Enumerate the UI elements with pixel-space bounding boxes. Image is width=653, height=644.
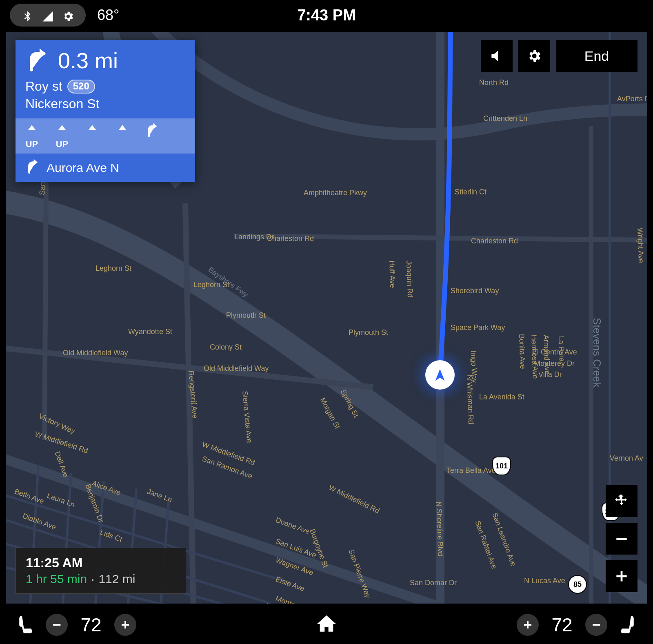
lane-guidance: UP UP	[16, 118, 195, 154]
label-lapara: La Para	[557, 336, 566, 362]
highway-shield-101: 101	[492, 457, 511, 475]
right-temp-value: 72	[548, 614, 576, 636]
map-canvas[interactable]: Amphitheatre Pkwy Charleston Rd Charlest…	[6, 32, 647, 604]
label-oldmidd-a: Old Middlefield Way	[63, 349, 128, 357]
zoom-out-button[interactable]	[606, 523, 637, 555]
recenter-button[interactable]	[606, 485, 637, 517]
volume-button[interactable]	[481, 40, 513, 72]
left-temp-value: 72	[77, 614, 105, 636]
eta-arrival: 11:25 AM	[26, 555, 176, 570]
right-climate: + 72 −	[517, 613, 638, 637]
right-temp-down[interactable]: −	[585, 614, 607, 636]
label-plymouth-b: Plymouth St	[349, 328, 388, 336]
end-nav-button[interactable]: End	[556, 40, 637, 72]
label-shorebird: Shorebird Way	[451, 287, 499, 295]
then-maneuver: Aurora Ave N	[16, 154, 195, 182]
label-bonita: Bonita Ave	[518, 334, 527, 369]
label-terrabella: Terra Bella Ave	[446, 466, 496, 475]
turn-right-icon	[25, 47, 50, 74]
label-colony: Colony St	[210, 343, 242, 351]
label-wyandotte: Wyandotte St	[128, 328, 172, 336]
label-morgan: Morgan St	[318, 396, 342, 430]
zoom-controls	[606, 485, 637, 592]
status-pill[interactable]	[10, 4, 86, 27]
label-plymouth-a: Plymouth St	[226, 311, 266, 319]
route-badge: 520	[67, 80, 95, 94]
label-leghorn-a: Leghorn St	[96, 264, 131, 272]
label-wmidd-c: W Middlefield Rd	[327, 484, 381, 515]
label-monterey: Monterey Dr	[534, 359, 575, 368]
eta-sep: ·	[91, 572, 94, 586]
label-laura: Laura Ln	[46, 491, 76, 509]
label-hermosa: Hermosa Ave	[530, 334, 540, 379]
zoom-in-button[interactable]	[606, 560, 637, 592]
turn-card: 0.3 mi Roy st 520 Nickerson St UP UP Aur…	[16, 40, 195, 182]
label-nlucas: N Lucas Ave	[524, 577, 565, 585]
label-spacepark: Space Park Way	[451, 323, 505, 332]
outside-temp: 68°	[97, 7, 119, 24]
seat-left-icon[interactable]	[15, 613, 37, 637]
lane-4	[115, 123, 130, 149]
label-sandomar: San Domar Dr	[410, 579, 457, 587]
label-avports: AvPorts Federa	[617, 95, 647, 103]
label-nshoreline: N Shoreline Blvd	[435, 501, 445, 556]
turn-street-primary: Roy st	[25, 78, 62, 95]
status-bar: 68° 7:43 PM	[0, 0, 653, 30]
label-huff: Huff Ave	[388, 260, 397, 288]
svg-rect-2	[621, 571, 623, 581]
turn-distance: 0.3 mi	[58, 48, 118, 73]
label-landings: Landings Dr	[234, 233, 274, 241]
label-doane: Doane Ave	[275, 516, 311, 536]
label-jane: Jane Ln	[146, 487, 173, 504]
label-stevenscreek: Stevens Creek	[591, 318, 603, 388]
label-charleston-b: Charleston Rd	[471, 237, 518, 245]
label-montecito: Montecito Ave	[275, 594, 321, 604]
label-sanrafael: San Rafael Ave	[473, 520, 498, 570]
lane-2: UP	[55, 123, 69, 149]
bluetooth-icon	[21, 9, 33, 21]
lane-5	[145, 123, 160, 149]
label-elsie: Elsie Ave	[275, 575, 306, 593]
label-charleston-a: Charleston Rd	[267, 234, 314, 243]
seat-right-icon[interactable]	[616, 613, 638, 637]
svg-rect-0	[616, 538, 626, 540]
left-temp-up[interactable]: +	[114, 614, 136, 636]
label-crittenden: Crittenden Ln	[483, 114, 527, 123]
right-temp-up[interactable]: +	[517, 614, 539, 636]
label-wright: Wright Ave	[636, 227, 645, 263]
label-northrd: North Rd	[479, 78, 509, 87]
label-laavenida: La Avenida St	[479, 393, 524, 401]
label-amphitheatre: Amphitheatre Pkwy	[304, 189, 367, 197]
current-position-puck	[425, 360, 455, 390]
label-sierravista: Sierra Vista Ave	[241, 391, 253, 443]
lane-3	[85, 123, 100, 149]
eta-duration: 1 hr 55 min	[26, 572, 87, 586]
bottom-bar: − 72 + + 72 −	[0, 606, 653, 644]
label-stierlin: Stierlin Ct	[455, 188, 486, 196]
left-climate: − 72 +	[15, 613, 136, 637]
settings-button[interactable]	[518, 40, 550, 72]
label-oldmidd-b: Old Middlefield Way	[204, 364, 269, 372]
label-diablo: Diablo Ave	[22, 512, 57, 531]
eta-card[interactable]: 11:25 AM 1 hr 55 min · 112 mi	[16, 548, 186, 594]
home-button[interactable]	[315, 613, 338, 637]
signal-icon	[42, 9, 54, 21]
lane-1: UP	[24, 123, 39, 149]
clock: 7:43 PM	[297, 7, 356, 24]
label-inigo: Inigo Way	[469, 350, 479, 383]
highway-shield-85: 85	[568, 575, 587, 594]
then-street: Aurora Ave N	[47, 161, 119, 175]
then-turn-right-icon	[25, 158, 41, 177]
gear-icon	[62, 9, 74, 21]
turn-street-secondary: Nickerson St	[25, 95, 185, 113]
left-temp-down[interactable]: −	[46, 614, 68, 636]
top-controls: End	[481, 40, 637, 72]
eta-distance: 112 mi	[98, 572, 135, 586]
label-vernon: Vernon Av	[610, 454, 643, 462]
label-joaquin: Joaquin Rd	[405, 260, 414, 298]
label-armand: Armand Ave	[542, 334, 551, 374]
